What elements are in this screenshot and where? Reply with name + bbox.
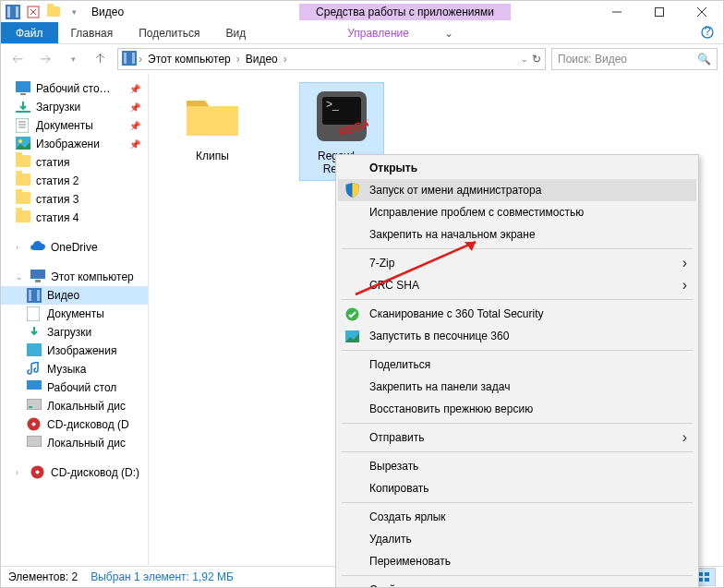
refresh-button[interactable]: ↻ [532,53,541,66]
ctx-run-as-admin[interactable]: Запуск от имени администратора [338,179,696,201]
sidebar-item-label: статия [36,156,69,169]
navigation-pane[interactable]: Рабочий сто…📌 Загрузки📌 Документы📌 Изобр… [1,74,149,565]
sidebar-item-downloads[interactable]: Загрузки📌 [1,98,148,116]
qat-dropdown-icon[interactable]: ▾ [66,4,82,20]
ctx-rename[interactable]: Переименовать [338,550,696,572]
ctx-sandbox-360[interactable]: Запустить в песочнице 360 [338,325,696,347]
ctx-pin-start[interactable]: Закрепить на начальном экране [338,223,696,246]
ctx-scan-360[interactable]: Сканирование с 360 Total Security [338,303,696,325]
chevron-right-icon: › [682,429,687,446]
sidebar-item-documents[interactable]: Документы📌 [1,116,148,135]
ctx-send-to[interactable]: Отправить› [338,426,696,449]
sidebar-item-downloads[interactable]: Загрузки [1,323,148,342]
sidebar-item-pictures[interactable]: Изображени📌 [1,135,148,153]
sidebar-item-documents[interactable]: Документы [1,305,148,323]
file-label: Клипы [196,150,229,162]
svg-text:?: ? [705,26,711,38]
ctx-label: Свойства [369,583,418,588]
sidebar-item-localdisk[interactable]: Локальный дис [1,397,148,415]
search-input[interactable]: Поиск: Видео 🔍 [551,48,718,70]
sidebar-item-label: CD-дисковод (D [47,418,129,431]
ctx-label: Запустить в песочнице 360 [369,330,509,342]
ctx-delete[interactable]: Удалить [338,528,696,550]
sidebar-item-cd[interactable]: ›CD-дисковод (D:) [1,463,148,482]
tab-manage[interactable]: Управление [320,22,437,43]
navbar: 🡠 🡢 ▾ 🡡 › Этот компьютер › Видео › ⌄ ↻ П… [1,44,723,74]
svg-rect-13 [16,111,30,113]
maximize-button[interactable] [638,2,681,22]
sidebar-item-onedrive[interactable]: ›OneDrive [1,238,148,257]
ctx-copy[interactable]: Копировать [338,477,696,499]
chevron-right-icon[interactable]: › [16,468,25,477]
sidebar-item-folder[interactable]: статия [1,153,148,172]
sidebar-item-label: Рабочий стол [47,381,116,394]
tab-file[interactable]: Файл [1,22,58,43]
ctx-properties[interactable]: Свойства [338,579,696,588]
help-button[interactable]: ? [692,22,723,43]
sidebar-item-label: OneDrive [51,241,98,254]
qat-properties-icon[interactable] [25,4,42,20]
sidebar-item-label: статия 4 [36,211,78,224]
breadcrumb-sep[interactable]: › [139,53,142,66]
qat-newfolder-icon[interactable] [45,4,62,20]
ctx-label: Восстановить прежнюю версию [369,402,533,415]
sidebar-item-folder[interactable]: статия 4 [1,209,148,227]
svg-rect-32 [27,436,42,447]
ctx-cut[interactable]: Вырезать [338,455,696,477]
ctx-7zip[interactable]: 7-Zip› [338,252,696,274]
ctx-restore-previous[interactable]: Восстановить прежнюю версию [338,398,696,420]
breadcrumb-pc[interactable]: Этот компьютер [144,53,235,66]
ctx-open[interactable]: Открыть [338,157,696,179]
sidebar-item-video[interactable]: Видео [1,286,148,305]
tab-share[interactable]: Поделиться [126,22,212,43]
ctx-label: Удалить [369,533,412,546]
tab-home[interactable]: Главная [58,22,127,43]
sidebar-item-folder[interactable]: статия 2 [1,172,148,190]
sidebar-item-cd[interactable]: CD-дисковод (D [1,415,148,434]
address-dropdown-icon[interactable]: ⌄ [521,54,528,64]
ribbon: Файл Главная Поделиться Вид Управление ⌄… [1,22,723,44]
sidebar-item-label: Видео [47,289,79,302]
chevron-down-icon[interactable]: ⌄ [16,272,25,282]
minimize-button[interactable] [596,2,638,22]
sidebar-item-thispc[interactable]: ⌄Этот компьютер [1,268,148,286]
status-item-count: Элементов: 2 [8,570,78,583]
ctx-pin-taskbar[interactable]: Закрепить на панели задач [338,376,696,398]
svg-point-31 [32,423,36,426]
close-button[interactable] [681,2,723,22]
ctx-compat-troubleshoot[interactable]: Исправление проблем с совместимостью [338,201,696,223]
sidebar-item-music[interactable]: Музыка [1,360,148,378]
nav-forward-button[interactable]: 🡢 [34,48,56,70]
nav-up-button[interactable]: 🡡 [90,48,112,70]
chevron-right-icon[interactable]: › [16,243,25,252]
sidebar-item-localdisk[interactable]: Локальный дис [1,434,148,452]
sandbox-icon [344,328,360,344]
scan-icon [344,306,360,322]
svg-point-34 [36,471,40,474]
breadcrumb-sep[interactable]: › [236,53,240,66]
ctx-create-shortcut[interactable]: Создать ярлык [338,506,696,528]
ctx-crc-sha[interactable]: CRC SHA› [338,274,696,296]
ribbon-expand-icon[interactable]: ⌄ [437,22,461,43]
tab-view[interactable]: Вид [212,22,259,43]
ctx-share[interactable]: Поделиться [338,354,696,376]
sidebar-item-folder[interactable]: статия 3 [1,190,148,209]
svg-rect-1 [7,6,10,18]
sidebar-item-label: Документы [36,119,93,132]
sidebar-item-label: Музыка [47,363,86,376]
ctx-label: Создать ярлык [369,510,446,523]
nav-recent-dropdown[interactable]: ▾ [62,48,84,70]
file-item-folder[interactable]: Клипы [171,83,254,166]
sidebar-item-desktop[interactable]: Рабочий стол [1,378,148,397]
sidebar-item-label: CD-дисковод (D:) [51,466,139,479]
breadcrumb-video[interactable]: Видео [242,53,282,66]
breadcrumb-sep[interactable]: › [284,53,287,66]
sidebar-item-desktop[interactable]: Рабочий сто…📌 [1,79,148,98]
sidebar-item-pictures[interactable]: Изображения [1,342,148,360]
svg-rect-25 [27,306,40,321]
ctx-label: Поделиться [369,358,430,371]
folder-icon [183,87,242,146]
nav-back-button[interactable]: 🡠 [6,48,29,70]
ctx-label: Запуск от имени администратора [369,184,541,197]
address-bar[interactable]: › Этот компьютер › Видео › ⌄ ↻ [117,48,546,70]
